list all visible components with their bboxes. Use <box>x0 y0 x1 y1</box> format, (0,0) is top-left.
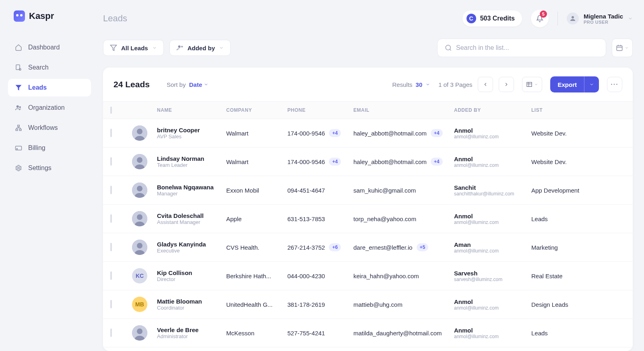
phone-more-badge[interactable]: +4 <box>329 129 341 137</box>
lead-list: Design Leads <box>531 301 588 308</box>
table-row[interactable]: Yi Hanying Anmol <box>103 347 633 351</box>
phone-more-badge[interactable]: +6 <box>329 243 341 251</box>
lead-list: Website Dev. <box>531 130 588 137</box>
page-title: Leads <box>103 13 127 24</box>
added-by-name: Sarvesh <box>454 270 531 277</box>
notifications-button[interactable]: 5 <box>531 10 549 27</box>
lead-list: Website Dev. <box>531 158 588 165</box>
logo[interactable]: Kaspr <box>14 10 91 22</box>
table-row[interactable]: KC Kip CollisonDirector Berkshire Hath..… <box>103 262 633 290</box>
sidebar: Kaspr DashboardSearchLeadsOrganizationWo… <box>0 0 97 351</box>
row-checkbox[interactable] <box>110 186 112 194</box>
columns-icon <box>526 81 533 88</box>
row-checkbox[interactable] <box>110 300 112 308</box>
filter-added-by[interactable]: Added by <box>169 40 231 56</box>
search-icon <box>445 44 452 51</box>
lead-title: Executive <box>157 248 226 254</box>
svg-line-20 <box>450 49 451 51</box>
table-row[interactable]: Cvita DoleschallAssistant Manager Apple … <box>103 205 633 233</box>
sidebar-item-search[interactable]: Search <box>8 59 91 76</box>
calendar-button[interactable] <box>612 39 633 57</box>
svg-point-5 <box>19 106 21 108</box>
chevron-down-icon <box>219 45 224 50</box>
leads-table-card: 24 Leads Sort by Date Results 30 1 of 3 … <box>103 68 633 351</box>
lead-list: App Development <box>531 187 588 194</box>
row-checkbox[interactable] <box>110 214 112 223</box>
lead-list: Leads <box>531 330 588 337</box>
table-row[interactable]: Veerle de BreeAdministrator McKesson 527… <box>103 319 633 347</box>
lead-company: McKesson <box>226 330 287 337</box>
table-row[interactable]: MB Mattie BloomanCoordinator UnitedHealt… <box>103 290 633 319</box>
phone-more-badge[interactable]: +4 <box>329 158 341 166</box>
email-more-badge[interactable]: +4 <box>431 129 443 137</box>
main: Leads C 503 Credits 5 Miglena Tadic <box>97 0 644 351</box>
avatar <box>132 211 147 226</box>
credits-pill[interactable]: C 503 Credits <box>462 10 522 27</box>
table-row[interactable]: Lindsay NormanTeam Leader Walmart 174-00… <box>103 148 633 176</box>
email-more-badge[interactable]: +4 <box>431 158 443 166</box>
lead-email: sam_kuhic@gmail.com <box>353 187 416 194</box>
added-by-name: Anmol <box>454 327 531 334</box>
svg-rect-21 <box>617 46 622 51</box>
logo-text: Kaspr <box>29 11 54 21</box>
lead-title: Administrator <box>157 333 226 339</box>
select-all-checkbox[interactable] <box>110 107 112 114</box>
lead-name: Lindsay Norman <box>157 155 226 162</box>
table-row[interactable]: britney CooperAVP Sales Walmart 174-000-… <box>103 119 633 148</box>
svg-point-37 <box>137 243 142 248</box>
added-by-email: anmol@illuminz.com <box>454 334 531 339</box>
billing-icon <box>14 144 23 152</box>
table-row[interactable]: Bonelwa NgqawanaManager Exxon Mobil 094-… <box>103 176 633 205</box>
more-button[interactable]: ··· <box>607 77 622 92</box>
sort-by[interactable]: Sort by Date <box>167 81 209 88</box>
sidebar-item-dashboard[interactable]: Dashboard <box>8 39 91 56</box>
credits-icon: C <box>466 14 476 23</box>
added-by-name: Anmol <box>454 127 531 134</box>
next-page-button[interactable] <box>499 77 514 92</box>
prev-page-button[interactable] <box>478 77 493 92</box>
lead-title: Coordinator <box>157 305 226 311</box>
lead-list: Marketing <box>531 244 588 251</box>
added-by-name: Aman <box>454 241 531 248</box>
search-field[interactable] <box>437 39 606 57</box>
email-more-badge[interactable]: +5 <box>417 243 429 251</box>
col-phone: PHONE <box>287 107 353 113</box>
sidebar-item-organization[interactable]: Organization <box>8 99 91 117</box>
person-icon <box>176 44 184 51</box>
results-per-page[interactable]: Results 30 <box>392 81 431 88</box>
lead-name: Mattie Blooman <box>157 298 226 305</box>
row-checkbox[interactable] <box>110 328 112 337</box>
row-checkbox[interactable] <box>110 129 112 137</box>
lead-name: Gladys Kanyinda <box>157 241 226 248</box>
lead-phone: 527-755-4241 <box>287 330 325 337</box>
lead-phone: 381-178-2619 <box>287 301 325 308</box>
filter-label: Added by <box>188 45 215 51</box>
export-button[interactable]: Export <box>550 76 599 92</box>
row-checkbox[interactable] <box>110 157 112 166</box>
avatar <box>132 154 147 169</box>
added-by-email: anmol@illuminz.com <box>454 248 531 254</box>
sidebar-item-leads[interactable]: Leads <box>8 79 91 96</box>
svg-rect-25 <box>527 82 532 87</box>
user-menu[interactable]: Miglena Tadic PRO USER <box>567 12 633 25</box>
row-checkbox[interactable] <box>110 271 112 280</box>
avatar <box>132 125 147 141</box>
filter-all-leads[interactable]: All Leads <box>103 40 164 56</box>
sidebar-item-billing[interactable]: Billing <box>8 139 91 157</box>
col-name: NAME <box>157 107 226 113</box>
lead-name: britney Cooper <box>157 127 226 133</box>
svg-rect-7 <box>16 129 18 131</box>
table-toolbar: 24 Leads Sort by Date Results 30 1 of 3 … <box>103 68 633 101</box>
lead-name: Bonelwa Ngqawana <box>157 184 226 191</box>
notification-badge: 5 <box>540 10 547 18</box>
table-row[interactable]: Gladys KanyindaExecutive CVS Health. 267… <box>103 233 633 262</box>
chevron-right-icon <box>504 82 509 87</box>
row-checkbox[interactable] <box>110 243 112 251</box>
columns-button[interactable] <box>522 77 542 92</box>
search-input[interactable] <box>456 44 599 51</box>
sidebar-item-settings[interactable]: Settings <box>8 159 91 177</box>
svg-marker-3 <box>16 85 22 90</box>
sidebar-item-workflows[interactable]: Workflows <box>8 119 91 137</box>
lead-phone: 174-000-9546 <box>287 130 325 137</box>
export-dropdown[interactable] <box>584 76 599 92</box>
